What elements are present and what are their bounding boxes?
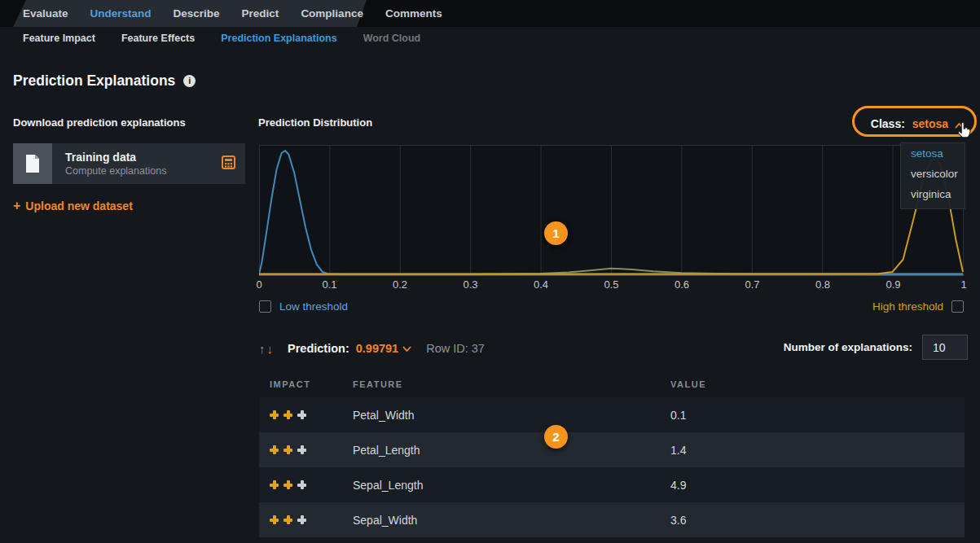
sort-ascending-icon[interactable]: ↑ <box>259 342 266 356</box>
sort-descending-icon[interactable]: ↓ <box>267 342 274 356</box>
dataset-subtitle: Compute explanations <box>65 165 222 177</box>
feature-value: 3.6 <box>670 514 965 527</box>
x-axis-labels: 00.10.20.30.40.50.60.70.80.91 <box>259 278 964 291</box>
plus-icon <box>283 480 292 489</box>
tab-compliance[interactable]: Compliance <box>301 7 363 20</box>
dropdown-option-setosa[interactable]: setosa <box>901 143 965 164</box>
prediction-value[interactable]: 0.99791 <box>356 342 398 355</box>
impact-plus-icons <box>259 445 353 454</box>
x-tick-label: 0.7 <box>745 278 759 291</box>
tab-predict[interactable]: Predict <box>242 7 279 20</box>
chart-title: Prediction Distribution <box>258 116 372 129</box>
feature-value: 4.9 <box>670 479 965 492</box>
file-icon <box>13 143 52 184</box>
plus-icon <box>270 445 279 454</box>
table-row[interactable]: Petal_Width 0.1 <box>259 397 965 432</box>
training-data-text: Training data Compute explanations <box>52 151 222 177</box>
top-bar: Evaluate Understand Describe Predict Com… <box>0 0 980 27</box>
prediction-label: Prediction: <box>288 342 349 355</box>
x-tick-label: 0.1 <box>322 278 336 291</box>
prediction-explanations-screen: Evaluate Understand Describe Predict Com… <box>0 0 980 543</box>
feature-name: Petal_Length <box>353 444 670 457</box>
impact-plus-icons <box>259 515 353 524</box>
annotation-badge-2: 2 <box>544 425 568 449</box>
feature-value: 0.1 <box>670 409 965 422</box>
feature-name: Sepal_Length <box>353 479 670 492</box>
plus-icon <box>283 445 292 454</box>
feature-value: 1.4 <box>670 444 965 457</box>
plus-icon <box>297 410 306 419</box>
distribution-chart-svg <box>259 146 964 276</box>
info-icon[interactable]: i <box>183 75 196 87</box>
plus-icon: + <box>13 199 20 212</box>
row-id-label: Row ID: 37 <box>426 342 485 355</box>
dropdown-option-versicolor[interactable]: versicolor <box>901 164 965 184</box>
plus-icon <box>270 515 279 524</box>
training-data-card[interactable]: Training data Compute explanations <box>13 143 245 184</box>
low-threshold-label: Low threshold <box>279 300 348 313</box>
x-tick-label: 0.4 <box>534 278 548 291</box>
table-row[interactable]: Sepal_Width 3.6 <box>259 502 965 537</box>
prediction-distribution-plot[interactable] <box>259 145 964 275</box>
plus-icon <box>270 410 279 419</box>
high-threshold-label: High threshold <box>872 300 943 313</box>
high-threshold-checkbox[interactable] <box>951 300 964 313</box>
subtab-feature-impact[interactable]: Feature Impact <box>23 33 95 44</box>
plus-icon <box>297 445 306 454</box>
dataset-title: Training data <box>65 151 222 164</box>
download-heading: Download prediction explanations <box>13 116 186 129</box>
plus-icon <box>297 515 306 524</box>
x-tick-label: 0 <box>256 278 261 291</box>
plus-icon <box>283 410 292 419</box>
plus-icon <box>297 480 306 489</box>
subtab-word-cloud: Word Cloud <box>363 33 421 44</box>
class-label: Class: <box>871 117 905 130</box>
x-tick-label: 1 <box>960 278 966 291</box>
x-tick-label: 0.5 <box>604 278 618 291</box>
header-impact: IMPACT <box>259 379 353 389</box>
page-title: Prediction Explanationsi <box>13 72 196 90</box>
sub-nav: Feature Impact Feature Effects Predictio… <box>23 27 420 50</box>
main-nav: Evaluate Understand Describe Predict Com… <box>23 0 442 27</box>
x-tick-label: 0.2 <box>393 278 407 291</box>
tab-understand[interactable]: Understand <box>90 7 152 20</box>
feature-name: Petal_Width <box>353 409 670 422</box>
x-tick-label: 0.8 <box>815 278 830 291</box>
x-tick-label: 0.9 <box>886 278 900 291</box>
low-threshold-control[interactable]: Low threshold <box>259 300 348 313</box>
annotation-badge-1: 1 <box>544 221 568 245</box>
table-row[interactable]: Petal_Length 1.4 <box>259 432 965 467</box>
compute-calculator-icon[interactable] <box>222 155 235 173</box>
table-row[interactable]: Sepal_Length 4.9 <box>259 467 965 502</box>
tab-comments[interactable]: Comments <box>385 7 442 20</box>
plus-icon <box>270 480 279 489</box>
class-selector[interactable]: Class: setosa <box>871 117 964 130</box>
dropdown-option-virginica[interactable]: virginica <box>901 184 965 204</box>
low-threshold-checkbox[interactable] <box>259 300 271 313</box>
class-dropdown-menu: setosa versicolor virginica <box>900 142 965 209</box>
explanations-count-input[interactable] <box>922 335 968 360</box>
header-feature: FEATURE <box>353 379 670 389</box>
x-tick-label: 0.6 <box>675 278 689 291</box>
class-value: setosa <box>912 117 948 130</box>
explanations-table: IMPACT FEATURE VALUE Petal_Width 0.1 Pet… <box>259 370 965 537</box>
impact-plus-icons <box>259 410 353 419</box>
chevron-down-icon[interactable] <box>402 346 411 352</box>
number-of-explanations-control: Number of explanations: <box>784 335 968 360</box>
explanations-count-label: Number of explanations: <box>784 341 912 353</box>
prediction-bar: ↑ ↓ Prediction: 0.99791 Row ID: 37 <box>259 339 485 358</box>
chevron-up-icon <box>955 123 964 129</box>
tab-evaluate[interactable]: Evaluate <box>23 7 68 20</box>
plus-icon <box>283 515 292 524</box>
x-tick-label: 0.3 <box>463 278 477 291</box>
header-value: VALUE <box>670 379 965 389</box>
high-threshold-control[interactable]: High threshold <box>872 300 964 313</box>
impact-plus-icons <box>259 480 353 489</box>
table-header-row: IMPACT FEATURE VALUE <box>259 370 965 397</box>
subtab-feature-effects[interactable]: Feature Effects <box>121 33 195 44</box>
upload-new-dataset-link[interactable]: +Upload new dataset <box>13 199 133 213</box>
tab-describe[interactable]: Describe <box>174 7 220 20</box>
subtab-prediction-explanations[interactable]: Prediction Explanations <box>221 33 336 44</box>
feature-name: Sepal_Width <box>353 514 670 527</box>
